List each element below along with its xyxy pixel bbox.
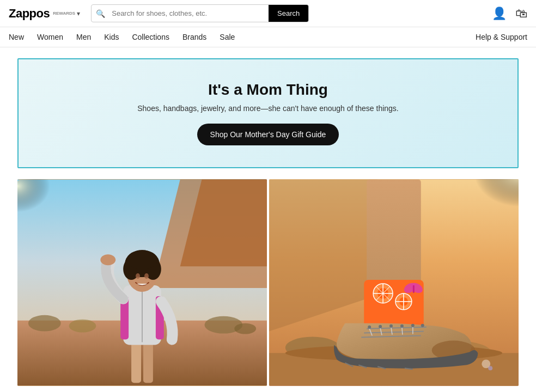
logo-area[interactable]: Zappos REWARDS ▾: [9, 7, 80, 21]
svg-rect-30: [367, 180, 421, 288]
svg-point-58: [368, 326, 371, 329]
svg-point-21: [144, 273, 149, 279]
account-icon[interactable]: 👤: [492, 7, 507, 21]
svg-point-19: [127, 250, 157, 270]
hike-section: Take a Hike Get outside, you won't regre…: [17, 386, 519, 392]
hero-title: It's a Mom Thing: [29, 81, 507, 99]
svg-point-61: [400, 324, 404, 328]
nav-help-support[interactable]: Help & Support: [476, 33, 527, 41]
svg-point-20: [136, 273, 140, 279]
search-input[interactable]: [109, 5, 269, 21]
svg-point-22: [100, 254, 115, 265]
svg-line-52: [402, 328, 403, 335]
chevron-down-icon[interactable]: ▾: [77, 10, 80, 17]
shop-mothers-day-button[interactable]: Shop Our Mother's Day Gift Guide: [197, 124, 339, 145]
main-nav: New Women Men Kids Collections Brands Sa…: [0, 27, 536, 47]
search-button[interactable]: Search: [269, 5, 308, 22]
search-icon: 🔍: [92, 9, 109, 18]
svg-point-5: [28, 315, 61, 332]
shoe-scene-svg: [269, 179, 519, 386]
header-icons: 👤 🛍: [492, 7, 527, 21]
logo-rewards-text: REWARDS: [53, 11, 75, 16]
svg-point-60: [389, 324, 393, 328]
hiking-shoe-image: [269, 179, 519, 386]
sidebar-item-new[interactable]: New: [9, 33, 24, 41]
svg-point-62: [411, 324, 415, 327]
outdoor-woman-image: [17, 179, 267, 386]
svg-point-8: [234, 323, 256, 334]
image-section: [17, 179, 519, 386]
svg-rect-10: [143, 340, 153, 383]
search-bar: 🔍 Search: [91, 4, 309, 22]
sidebar-item-collections[interactable]: Collections: [132, 33, 169, 41]
logo: Zappos: [9, 7, 50, 21]
sidebar-item-men[interactable]: Men: [76, 33, 91, 41]
hero-subtitle: Shoes, handbags, jewelry, and more—she c…: [29, 104, 507, 113]
svg-point-59: [379, 325, 382, 328]
header: Zappos REWARDS ▾ 🔍 Search 👤 🛍: [0, 0, 536, 27]
svg-point-6: [69, 320, 96, 333]
woman-scene-svg: [17, 179, 267, 386]
sidebar-item-sale[interactable]: Sale: [220, 33, 235, 41]
svg-rect-9: [131, 340, 141, 383]
sidebar-item-women[interactable]: Women: [37, 33, 63, 41]
sidebar-item-kids[interactable]: Kids: [104, 33, 119, 41]
svg-point-63: [421, 324, 424, 327]
svg-point-65: [488, 366, 492, 370]
svg-rect-44: [413, 285, 415, 293]
hero-banner: It's a Mom Thing Shoes, handbags, jewelr…: [17, 58, 519, 168]
sidebar-item-brands[interactable]: Brands: [182, 33, 206, 41]
cart-icon[interactable]: 🛍: [515, 7, 527, 21]
